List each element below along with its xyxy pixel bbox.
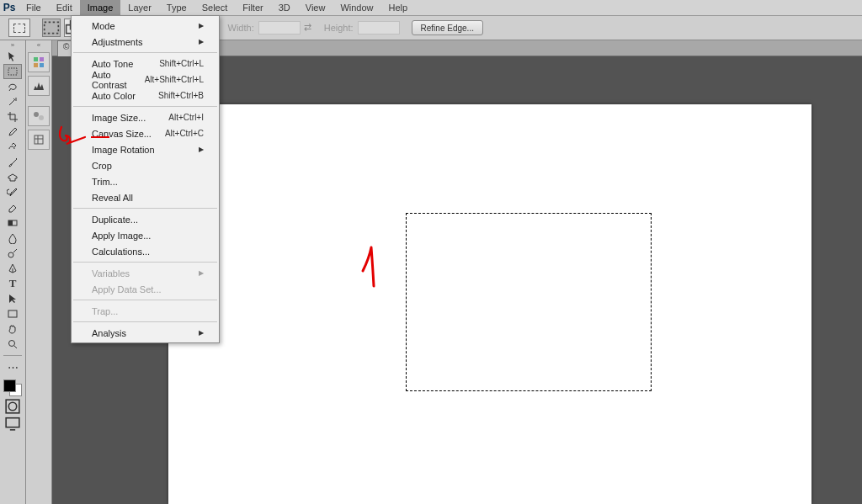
clone-stamp-tool[interactable] xyxy=(3,170,22,185)
rectangle-tool[interactable] xyxy=(3,306,22,321)
height-field xyxy=(358,21,400,34)
menu-edit[interactable]: Edit xyxy=(49,0,80,15)
menu-item-trim[interactable]: Trim... xyxy=(72,173,219,189)
menu-item-variables: Variables▶ xyxy=(72,265,219,281)
svg-rect-17 xyxy=(40,57,44,61)
svg-point-14 xyxy=(8,402,16,410)
svg-rect-0 xyxy=(45,22,59,33)
expand-panel-icon[interactable]: » xyxy=(1,40,24,49)
submenu-arrow-icon: ▶ xyxy=(199,22,204,29)
menu-item-auto-contrast[interactable]: Auto ContrastAlt+Shift+Ctrl+L xyxy=(72,72,219,88)
eyedropper-tool[interactable] xyxy=(3,125,22,140)
menu-separator xyxy=(73,262,217,263)
quick-mask-icon[interactable] xyxy=(3,400,22,413)
svg-rect-16 xyxy=(34,57,38,61)
svg-rect-15 xyxy=(6,418,19,427)
healing-brush-tool[interactable] xyxy=(3,140,22,155)
menu-view[interactable]: View xyxy=(298,0,333,15)
menu-type[interactable]: Type xyxy=(159,0,194,15)
width-label: Width: xyxy=(228,23,254,33)
svg-rect-22 xyxy=(35,135,43,144)
panel-dock: « xyxy=(26,40,52,504)
pen-tool[interactable] xyxy=(3,261,22,276)
svg-rect-18 xyxy=(34,63,38,67)
menu-select[interactable]: Select xyxy=(194,0,236,15)
eraser-tool[interactable] xyxy=(3,200,22,215)
swap-dimensions-icon[interactable]: ⇄ xyxy=(304,22,316,34)
dodge-tool[interactable] xyxy=(3,246,22,261)
menu-item-calculations[interactable]: Calculations... xyxy=(72,243,219,259)
dock-swatches-panel[interactable] xyxy=(28,106,50,126)
foreground-color-swatch[interactable] xyxy=(3,379,16,392)
menu-item-apply-image[interactable]: Apply Image... xyxy=(72,227,219,243)
menu-item-reveal-all[interactable]: Reveal All xyxy=(72,189,219,205)
menu-item-analysis[interactable]: Analysis▶ xyxy=(72,325,219,341)
marquee-icon xyxy=(13,24,25,33)
submenu-arrow-icon: ▶ xyxy=(199,329,204,337)
menu-item-canvas-size[interactable]: Canvas Size...Alt+Ctrl+C xyxy=(72,125,219,141)
edit-toolbar-icon[interactable]: ⋯ xyxy=(3,359,22,374)
magic-wand-tool[interactable] xyxy=(3,94,22,109)
svg-rect-9 xyxy=(8,220,13,225)
svg-point-20 xyxy=(34,112,39,117)
new-selection-icon[interactable] xyxy=(42,19,61,37)
image-menu-dropdown: Mode▶ Adjustments▶ Auto ToneShift+Ctrl+L… xyxy=(71,15,220,343)
menu-item-apply-data-set: Apply Data Set... xyxy=(72,281,219,297)
hand-tool[interactable] xyxy=(3,321,22,337)
brush-tool[interactable] xyxy=(3,155,22,170)
toolbar-separator xyxy=(3,355,22,356)
marquee-tool[interactable] xyxy=(3,64,22,79)
menu-item-crop[interactable]: Crop xyxy=(72,157,219,173)
type-tool[interactable]: T xyxy=(3,276,22,291)
height-label: Height: xyxy=(324,23,354,33)
refine-edge-button[interactable]: Refine Edge... xyxy=(412,20,483,35)
submenu-arrow-icon: ▶ xyxy=(199,38,204,45)
menu-separator xyxy=(73,52,217,53)
menu-separator xyxy=(73,300,217,300)
menu-item-auto-color[interactable]: Auto ColorShift+Ctrl+B xyxy=(72,88,219,103)
move-tool[interactable] xyxy=(3,49,22,64)
svg-point-21 xyxy=(39,115,44,120)
svg-rect-11 xyxy=(8,310,17,317)
menu-bar: Ps File Edit Image Layer Type Select Fil… xyxy=(0,0,862,16)
menu-layer[interactable]: Layer xyxy=(120,0,159,15)
menu-separator xyxy=(73,208,217,209)
dock-color-panel[interactable] xyxy=(28,52,50,72)
menu-separator xyxy=(73,321,217,322)
svg-rect-19 xyxy=(40,63,44,67)
menu-file[interactable]: File xyxy=(19,0,49,15)
history-brush-tool[interactable] xyxy=(3,185,22,200)
menu-separator xyxy=(73,106,217,107)
menu-window[interactable]: Window xyxy=(333,0,380,15)
gradient-tool[interactable] xyxy=(3,215,22,231)
tools-panel: » T ⋯ xyxy=(0,40,26,504)
dock-libraries-panel[interactable] xyxy=(28,130,50,150)
menu-filter[interactable]: Filter xyxy=(235,0,270,15)
screen-mode-icon[interactable] xyxy=(3,416,22,430)
menu-3d[interactable]: 3D xyxy=(271,0,298,15)
current-tool-preview[interactable] xyxy=(8,19,30,37)
svg-point-10 xyxy=(8,252,13,257)
menu-item-trap: Trap... xyxy=(72,303,219,319)
menu-item-mode[interactable]: Mode▶ xyxy=(72,18,219,34)
dock-histogram-panel[interactable] xyxy=(28,76,50,96)
app-logo: Ps xyxy=(0,0,19,15)
expand-dock-icon[interactable]: « xyxy=(27,40,51,49)
svg-rect-7 xyxy=(8,68,17,75)
svg-point-12 xyxy=(9,341,15,347)
lasso-tool[interactable] xyxy=(3,79,22,94)
menu-item-duplicate[interactable]: Duplicate... xyxy=(72,211,219,227)
width-field xyxy=(258,21,301,34)
submenu-arrow-icon: ▶ xyxy=(199,146,204,153)
blur-tool[interactable] xyxy=(3,231,22,246)
menu-image[interactable]: Image xyxy=(80,0,121,15)
menu-item-adjustments[interactable]: Adjustments▶ xyxy=(72,34,219,50)
path-selection-tool[interactable] xyxy=(3,291,22,306)
menu-item-image-size[interactable]: Image Size...Alt+Ctrl+I xyxy=(72,109,219,125)
marquee-selection[interactable] xyxy=(406,213,652,391)
color-swatches[interactable] xyxy=(3,379,22,396)
zoom-tool[interactable] xyxy=(3,337,22,352)
menu-help[interactable]: Help xyxy=(381,0,416,15)
crop-tool[interactable] xyxy=(3,109,22,125)
menu-item-image-rotation[interactable]: Image Rotation▶ xyxy=(72,141,219,157)
